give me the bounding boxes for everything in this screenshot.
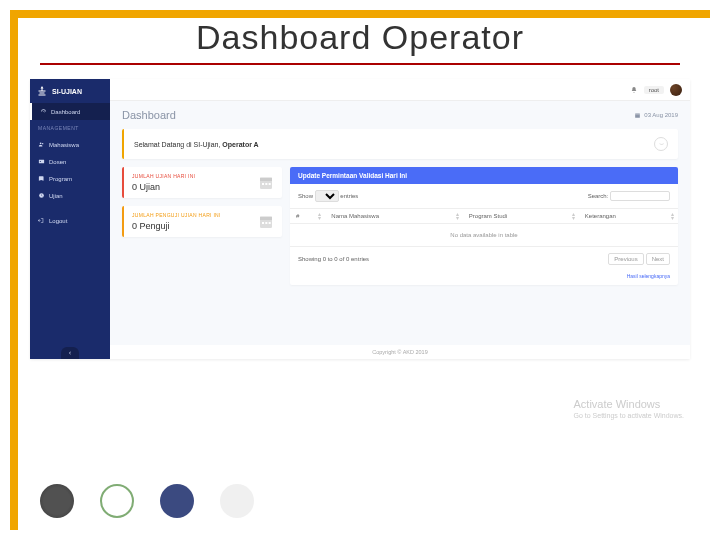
date-display: 03 Aug 2019 — [634, 112, 678, 119]
svg-rect-12 — [260, 216, 272, 219]
partner-logo — [160, 484, 194, 518]
sidebar-item-program[interactable]: Program — [30, 170, 110, 187]
sidebar-item-logout[interactable]: Logout — [30, 212, 110, 229]
gauge-icon — [40, 108, 47, 115]
stat-card-penguji: JUMLAH PENGUJI UJIAN HARI INI 0 Penguji — [122, 206, 282, 237]
col-index[interactable]: #▴▾ — [290, 209, 325, 224]
sidebar-section-label: MANAGEMENT — [30, 120, 110, 136]
entries-label: entries — [340, 193, 358, 199]
welcome-prefix: Selamat Datang di SI-Ujian, — [134, 141, 222, 148]
svg-rect-14 — [265, 222, 267, 224]
sidebar-item-dosen[interactable]: Dosen — [30, 153, 110, 170]
pagination-next-button[interactable]: Next — [646, 253, 670, 265]
col-keterangan[interactable]: Keterangan▴▾ — [579, 209, 678, 224]
svg-rect-8 — [262, 183, 264, 185]
svg-point-0 — [40, 142, 42, 144]
page-size-select[interactable]: 10 — [315, 190, 339, 202]
partner-logo — [100, 484, 134, 518]
welcome-card: Selamat Datang di SI-Ujian, Operator A ⌣ — [122, 129, 678, 159]
sidebar-collapse-button[interactable] — [61, 347, 79, 359]
windows-watermark: Activate Windows Go to Settings to activ… — [574, 398, 685, 420]
svg-rect-9 — [265, 183, 267, 185]
svg-rect-7 — [260, 177, 272, 180]
footer-copyright: Copyright © AKD 2019 — [110, 345, 690, 359]
bell-icon[interactable] — [630, 86, 638, 94]
table-footer: Showing 0 to 0 of 0 entries Previous Nex… — [290, 247, 678, 271]
welcome-user: Operator A — [222, 141, 258, 148]
show-label: Show — [298, 193, 313, 199]
svg-rect-13 — [262, 222, 264, 224]
data-table: #▴▾ Nama Mahasiswa▴▾ Program Studi▴▾ Ket… — [290, 208, 678, 247]
sidebar-item-label: Dashboard — [51, 109, 80, 115]
page-title: Dashboard — [122, 109, 176, 121]
welcome-text: Selamat Datang di SI-Ujian, Operator A — [134, 141, 259, 148]
smiley-icon: ⌣ — [654, 137, 668, 151]
clock-icon — [38, 192, 45, 199]
partner-logo — [220, 484, 254, 518]
stat-label: JUMLAH PENGUJI UJIAN HARI INI — [132, 212, 221, 218]
calendar-large-icon — [258, 175, 274, 191]
svg-point-3 — [40, 161, 41, 162]
watermark-title: Activate Windows — [574, 398, 685, 411]
sidebar-item-label: Ujian — [49, 193, 63, 199]
col-nama[interactable]: Nama Mahasiswa▴▾ — [325, 209, 463, 224]
calendar-icon — [634, 112, 641, 119]
search-label: Search: — [588, 193, 609, 199]
partner-logo — [40, 484, 74, 518]
svg-rect-5 — [635, 113, 640, 117]
avatar[interactable] — [670, 84, 682, 96]
download-link[interactable]: Hasil selengkapnya — [627, 273, 670, 279]
sidebar-item-label: Mahasiswa — [49, 142, 79, 148]
brand-icon — [36, 85, 48, 97]
chevron-left-icon — [67, 350, 73, 356]
page-header: Dashboard 03 Aug 2019 — [110, 101, 690, 129]
app-screenshot: SI-UJIAN Dashboard MANAGEMENT Mahasiswa … — [30, 79, 690, 359]
logo-strip — [40, 484, 680, 518]
watermark-sub: Go to Settings to activate Windows. — [574, 412, 685, 420]
sidebar-item-mahasiswa[interactable]: Mahasiswa — [30, 136, 110, 153]
sidebar-item-label: Program — [49, 176, 72, 182]
svg-point-1 — [42, 143, 43, 144]
pagination-prev-button[interactable]: Previous — [608, 253, 643, 265]
sidebar-item-ujian[interactable]: Ujian — [30, 187, 110, 204]
table-title: Update Permintaan Validasi Hari Ini — [290, 167, 678, 184]
table-controls: Show 10 entries Search: — [290, 184, 678, 208]
book-icon — [38, 175, 45, 182]
stat-card-ujian: JUMLAH UJIAN HARI INI 0 Ujian — [122, 167, 282, 198]
stat-value: 0 Ujian — [132, 182, 195, 192]
main-area: root Dashboard 03 Aug 2019 Selamat Datan… — [110, 79, 690, 359]
validation-table-card: Update Permintaan Validasi Hari Ini Show… — [290, 167, 678, 285]
topbar: root — [110, 79, 690, 101]
user-role-badge[interactable]: root — [644, 86, 664, 94]
content: Selamat Datang di SI-Ujian, Operator A ⌣… — [110, 129, 690, 295]
svg-rect-2 — [39, 160, 44, 164]
table-info: Showing 0 to 0 of 0 entries — [298, 256, 369, 262]
sidebar: SI-UJIAN Dashboard MANAGEMENT Mahasiswa … — [30, 79, 110, 359]
sidebar-item-dashboard[interactable]: Dashboard — [30, 103, 110, 120]
pagination: Previous Next — [608, 253, 670, 265]
users-icon — [38, 141, 45, 148]
table-empty-text: No data available in table — [290, 224, 678, 247]
logout-icon — [38, 217, 45, 224]
calendar-large-icon — [258, 214, 274, 230]
sidebar-item-label: Logout — [49, 218, 67, 224]
sidebar-item-label: Dosen — [49, 159, 66, 165]
svg-rect-15 — [269, 222, 271, 224]
col-prodi[interactable]: Program Studi▴▾ — [463, 209, 579, 224]
brand[interactable]: SI-UJIAN — [30, 79, 110, 103]
search-input[interactable] — [610, 191, 670, 201]
stat-label: JUMLAH UJIAN HARI INI — [132, 173, 195, 179]
id-icon — [38, 158, 45, 165]
svg-rect-10 — [269, 183, 271, 185]
brand-label: SI-UJIAN — [52, 88, 82, 95]
stat-value: 0 Penguji — [132, 221, 221, 231]
date-text: 03 Aug 2019 — [644, 112, 678, 118]
